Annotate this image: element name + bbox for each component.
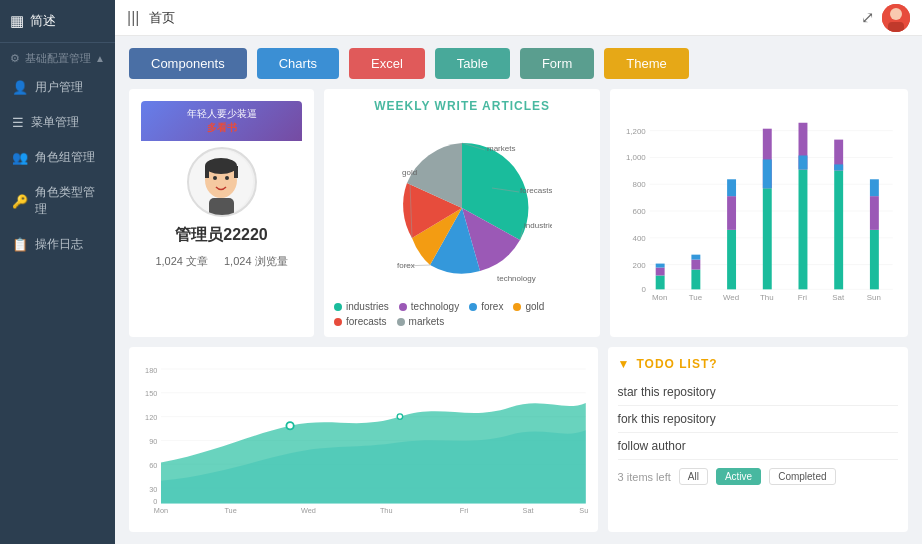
pie-chart-title: WEEKLY WRITE ARTICLES <box>334 99 590 113</box>
profile-banner: 年轻人要少装逼 多看书 <box>141 101 302 141</box>
sidebar-item-label: 操作日志 <box>35 236 83 253</box>
role-type-icon: 🔑 <box>12 194 28 209</box>
svg-rect-43 <box>727 196 736 230</box>
svg-text:markets: markets <box>487 144 515 153</box>
svg-text:Mon: Mon <box>154 506 168 515</box>
svg-text:Mon: Mon <box>652 293 667 302</box>
logo-icon: ▦ <box>10 12 24 30</box>
area-chart-card: 180 150 120 90 60 30 0 <box>129 347 598 532</box>
svg-rect-10 <box>209 198 234 215</box>
svg-text:1,200: 1,200 <box>626 127 646 136</box>
svg-point-78 <box>397 414 402 419</box>
svg-text:industries: industries <box>524 221 552 230</box>
sidebar-section-basic: ⚙ 基础配置管理 ▲ <box>0 43 115 70</box>
sidebar: ▦ 简述 ⚙ 基础配置管理 ▲ 👤 用户管理 ☰ 菜单管理 👥 角色组管理 🔑 … <box>0 0 115 544</box>
form-button[interactable]: Form <box>520 48 594 79</box>
svg-rect-6 <box>205 166 209 178</box>
svg-text:Wed: Wed <box>723 293 739 302</box>
svg-point-8 <box>213 176 217 180</box>
sidebar-item-user-mgmt[interactable]: 👤 用户管理 <box>0 70 115 105</box>
todo-header: ▼ TODO LIST? <box>618 357 898 371</box>
gear-icon: ⚙ <box>10 52 20 65</box>
svg-point-1 <box>890 8 902 20</box>
svg-rect-54 <box>870 230 879 290</box>
todo-footer: 3 items left All Active Completed <box>618 468 898 485</box>
svg-point-77 <box>286 422 293 429</box>
sidebar-item-role-type[interactable]: 🔑 角色类型管理 <box>0 175 115 227</box>
sidebar-item-op-log[interactable]: 📋 操作日志 <box>0 227 115 262</box>
svg-rect-41 <box>692 255 701 260</box>
todo-item-1: star this repository <box>618 379 898 406</box>
nav-buttons: Components Charts Excel Table Form Theme <box>129 48 908 79</box>
svg-text:Thu: Thu <box>380 506 393 515</box>
svg-text:180: 180 <box>145 366 157 375</box>
fullscreen-icon[interactable]: ⤢ <box>861 8 874 27</box>
legend-dot-gold <box>513 303 521 311</box>
components-button[interactable]: Components <box>129 48 247 79</box>
svg-rect-38 <box>656 264 665 268</box>
svg-rect-44 <box>727 179 736 196</box>
svg-text:Tue: Tue <box>224 506 236 515</box>
content-area: Components Charts Excel Table Form Theme… <box>115 36 922 544</box>
legend-dot-forecasts <box>334 318 342 326</box>
legend-item-forecasts: forecasts <box>334 316 387 327</box>
todo-item-2: fork this repository <box>618 406 898 433</box>
legend-label-technology: technology <box>411 301 459 312</box>
excel-button[interactable]: Excel <box>349 48 425 79</box>
charts-button[interactable]: Charts <box>257 48 339 79</box>
pie-chart-area: markets forecasts gold forex technology … <box>334 119 590 327</box>
svg-point-5 <box>205 158 237 174</box>
role-group-icon: 👥 <box>12 150 28 165</box>
todo-item-text-1: star this repository <box>618 385 716 399</box>
sidebar-section-label: 基础配置管理 <box>25 51 91 66</box>
svg-text:800: 800 <box>633 180 647 189</box>
topbar: ||| 首页 ⤢ <box>115 0 922 36</box>
articles-stat: 1,024 文章 <box>155 254 208 269</box>
todo-active-button[interactable]: Active <box>716 468 761 485</box>
legend-label-forecasts: forecasts <box>346 316 387 327</box>
svg-text:0: 0 <box>153 497 157 506</box>
svg-text:Fri: Fri <box>798 293 807 302</box>
legend-item-gold: gold <box>513 301 544 312</box>
svg-text:Sun: Sun <box>579 506 587 515</box>
svg-text:90: 90 <box>149 437 157 446</box>
todo-completed-button[interactable]: Completed <box>769 468 835 485</box>
legend-label-gold: gold <box>525 301 544 312</box>
pie-chart-card: WEEKLY WRITE ARTICLES <box>324 89 600 337</box>
svg-rect-42 <box>727 230 736 290</box>
caret-icon: ▲ <box>95 53 105 64</box>
articles-label: 文章 <box>186 255 208 267</box>
todo-item-text-2: fork this repository <box>618 412 716 426</box>
banner-line2: 多看书 <box>149 121 294 135</box>
svg-text:120: 120 <box>145 413 157 422</box>
sidebar-toggle-button[interactable]: ||| <box>127 9 139 27</box>
todo-title: TODO LIST? <box>637 357 718 371</box>
svg-text:Thu: Thu <box>760 293 774 302</box>
theme-button[interactable]: Theme <box>604 48 688 79</box>
svg-rect-40 <box>692 260 701 270</box>
table-button[interactable]: Table <box>435 48 510 79</box>
svg-rect-48 <box>799 169 808 289</box>
sidebar-item-role-group[interactable]: 👥 角色组管理 <box>0 140 115 175</box>
views-count: 1,024 <box>224 255 252 267</box>
legend-item-forex: forex <box>469 301 503 312</box>
todo-item-text-3: follow author <box>618 439 686 453</box>
sidebar-item-label: 菜单管理 <box>31 114 79 131</box>
sidebar-item-menu-mgmt[interactable]: ☰ 菜单管理 <box>0 105 115 140</box>
profile-avatar <box>187 147 257 217</box>
svg-rect-37 <box>656 268 665 276</box>
legend-item-markets: markets <box>397 316 445 327</box>
sidebar-item-label: 角色类型管理 <box>35 184 103 218</box>
svg-text:gold: gold <box>402 168 417 177</box>
svg-text:Tue: Tue <box>689 293 703 302</box>
user-icon: 👤 <box>12 80 28 95</box>
svg-rect-53 <box>835 164 844 170</box>
todo-all-button[interactable]: All <box>679 468 708 485</box>
svg-text:600: 600 <box>633 207 647 216</box>
svg-text:200: 200 <box>633 261 647 270</box>
views-stat: 1,024 浏览量 <box>224 254 288 269</box>
legend-dot-technology <box>399 303 407 311</box>
svg-text:Sat: Sat <box>833 293 846 302</box>
svg-text:Wed: Wed <box>301 506 316 515</box>
svg-text:Sun: Sun <box>867 293 881 302</box>
